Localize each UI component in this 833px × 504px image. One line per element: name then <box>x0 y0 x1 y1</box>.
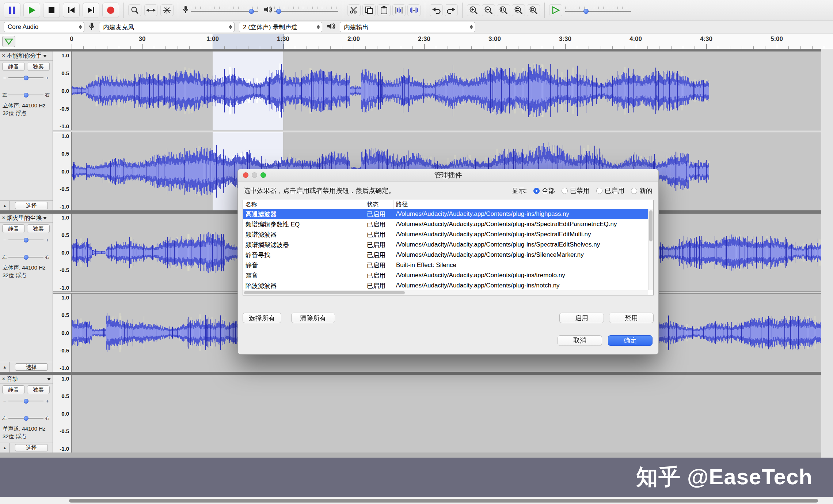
plugin-row[interactable]: 震音已启用/Volumes/Audacity/Audacity.app/Cont… <box>243 270 648 280</box>
plugin-row[interactable]: 频谱滤波器已启用/Volumes/Audacity/Audacity.app/C… <box>243 229 648 240</box>
track-menu-arrow-icon[interactable] <box>43 217 47 221</box>
select-all-button[interactable]: 选择所有 <box>243 313 281 323</box>
playback-device-select[interactable]: 内建输出 <box>340 22 475 32</box>
select-track-button[interactable]: 选择 <box>15 202 48 209</box>
table-vertical-scrollbar-thumb[interactable] <box>649 210 653 241</box>
close-track-button[interactable]: × <box>2 215 5 221</box>
select-track-button[interactable]: 选择 <box>15 363 48 371</box>
pan-slider-thumb[interactable] <box>24 93 28 98</box>
waveform-track1-left[interactable] <box>72 51 821 130</box>
copy-button[interactable] <box>362 4 376 16</box>
track-name[interactable]: 不能和你分手 <box>7 52 42 60</box>
solo-button[interactable]: 独奏 <box>27 224 50 233</box>
column-path[interactable]: 路径 <box>393 200 653 209</box>
zoom-in-button[interactable] <box>467 4 480 16</box>
ok-button[interactable]: 确定 <box>608 335 653 346</box>
cancel-button[interactable]: 取消 <box>558 335 602 346</box>
fit-selection-button[interactable] <box>497 4 510 16</box>
vertical-scrollbar[interactable] <box>821 49 833 458</box>
redo-button[interactable] <box>445 4 458 16</box>
mute-button[interactable]: 静音 <box>2 385 25 394</box>
skip-to-start-button[interactable] <box>63 3 80 18</box>
plugin-row[interactable]: 静音寻找已启用/Volumes/Audacity/Audacity.app/Co… <box>243 250 648 260</box>
plugin-table-header[interactable]: 名称 状态 路径 <box>243 200 653 209</box>
gain-slider-thumb[interactable] <box>24 238 28 243</box>
timeline-ruler[interactable]: 0301:001:302:002:303:003:304:004:305:00 <box>0 34 833 49</box>
filter-option-0[interactable]: 全部 <box>533 186 555 195</box>
recording-device-select[interactable]: 内建麦克风 <box>99 22 235 32</box>
plugin-row[interactable]: 频谱编辑参数性 EQ已启用/Volumes/Audacity/Audacity.… <box>243 219 648 229</box>
recording-volume-slider[interactable] <box>191 7 258 14</box>
collapse-track-button[interactable]: ▲ <box>0 362 10 372</box>
filter-option-1[interactable]: 已禁用 <box>562 186 590 195</box>
dialog-title-bar[interactable]: 管理插件 <box>238 169 658 182</box>
audio-host-select[interactable]: Core Audio <box>4 22 84 32</box>
gain-slider[interactable] <box>8 398 43 404</box>
gain-slider[interactable] <box>8 237 43 243</box>
multi-tool-button[interactable] <box>160 4 174 16</box>
plugin-path: /Volumes/Audacity/Audacity.app/Contents/… <box>393 231 648 238</box>
gain-slider-thumb[interactable] <box>24 399 28 404</box>
filter-option-3[interactable]: 新的 <box>631 186 653 195</box>
minimize-window-button[interactable] <box>252 172 257 178</box>
close-window-button[interactable] <box>243 172 248 178</box>
skip-to-end-button[interactable] <box>83 3 99 18</box>
zoom-tool-button[interactable] <box>128 4 141 16</box>
play-button[interactable] <box>23 3 40 18</box>
gain-slider-thumb[interactable] <box>24 76 28 80</box>
enable-button[interactable]: 启用 <box>559 313 604 323</box>
zoom-toggle-button[interactable] <box>527 4 540 16</box>
mute-button[interactable]: 静音 <box>2 62 25 71</box>
pause-button[interactable] <box>4 3 20 18</box>
collapse-track-button[interactable]: ▲ <box>0 443 10 453</box>
paste-button[interactable] <box>377 4 391 16</box>
record-button[interactable] <box>102 3 119 18</box>
clear-all-button[interactable]: 清除所有 <box>291 313 335 323</box>
solo-button[interactable]: 独奏 <box>27 62 50 71</box>
fit-project-button[interactable] <box>512 4 525 16</box>
mute-button[interactable]: 静音 <box>2 224 25 233</box>
disable-button[interactable]: 禁用 <box>609 313 654 323</box>
solo-button[interactable]: 独奏 <box>27 385 50 394</box>
table-horizontal-scrollbar-thumb[interactable] <box>244 291 405 294</box>
column-state[interactable]: 状态 <box>364 200 393 209</box>
filter-option-2[interactable]: 已启用 <box>596 186 624 195</box>
play-at-speed-button[interactable] <box>549 4 562 16</box>
column-name[interactable]: 名称 <box>243 200 364 209</box>
plugin-row[interactable]: 高通滤波器已启用/Volumes/Audacity/Audacity.app/C… <box>243 209 648 219</box>
pinned-play-head-button[interactable] <box>2 36 15 47</box>
empty-track-canvas[interactable] <box>72 375 821 453</box>
table-vertical-scrollbar[interactable] <box>648 209 653 290</box>
pan-slider-thumb[interactable] <box>24 255 28 260</box>
gain-slider[interactable] <box>8 75 43 81</box>
horizontal-scrollbar[interactable] <box>0 497 833 504</box>
track-menu-arrow-icon[interactable] <box>47 378 51 382</box>
track-name[interactable]: 烟火里的尘埃 <box>7 214 42 222</box>
trim-audio-button[interactable] <box>392 4 406 16</box>
close-track-button[interactable]: × <box>2 376 5 382</box>
plugin-row[interactable]: 静音已启用Built-in Effect: Silence <box>243 260 648 270</box>
horizontal-scrollbar-thumb[interactable] <box>69 499 818 503</box>
silence-audio-button[interactable] <box>407 4 421 16</box>
plugin-row[interactable]: 陷波滤波器已启用/Volumes/Audacity/Audacity.app/C… <box>243 280 648 290</box>
recording-channels-select[interactable]: 2 (立体声) 录制声道 <box>239 22 322 32</box>
pan-slider[interactable] <box>8 254 43 260</box>
close-track-button[interactable]: × <box>2 53 5 59</box>
collapse-track-button[interactable]: ▲ <box>0 201 10 210</box>
time-shift-tool-button[interactable] <box>144 4 157 16</box>
track-name[interactable]: 音轨 <box>7 375 18 383</box>
stop-button[interactable] <box>43 3 60 18</box>
track-menu-arrow-icon[interactable] <box>43 55 47 59</box>
undo-button[interactable] <box>430 4 443 16</box>
select-track-button[interactable]: 选择 <box>15 444 48 451</box>
cut-button[interactable] <box>347 4 361 16</box>
table-horizontal-scrollbar[interactable] <box>243 290 648 295</box>
playback-volume-slider[interactable] <box>274 7 338 14</box>
plugin-row[interactable]: 频谱搁架滤波器已启用/Volumes/Audacity/Audacity.app… <box>243 240 648 250</box>
zoom-out-button[interactable] <box>482 4 495 16</box>
pan-slider[interactable] <box>8 415 43 421</box>
play-speed-slider[interactable] <box>565 7 631 14</box>
zoom-window-button[interactable] <box>260 172 266 178</box>
pan-slider[interactable] <box>8 92 43 98</box>
pan-slider-thumb[interactable] <box>24 416 28 421</box>
